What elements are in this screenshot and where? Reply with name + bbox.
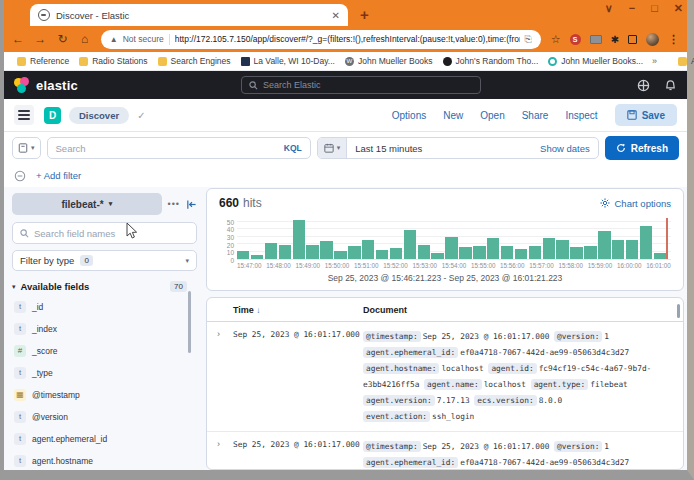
home-button[interactable]: ⌂ xyxy=(79,32,91,46)
histogram-bar[interactable] xyxy=(640,226,652,259)
share-page-icon[interactable]: ⎘ xyxy=(525,34,532,45)
field-item[interactable]: t_type xyxy=(12,362,197,384)
extension-shield-icon[interactable]: S xyxy=(570,34,581,45)
histogram-bar[interactable] xyxy=(612,240,624,259)
histogram-bar[interactable] xyxy=(654,253,666,259)
tab-close-icon[interactable]: ✕ xyxy=(332,10,340,21)
histogram-bar[interactable] xyxy=(320,241,332,259)
field-name-chip[interactable]: agent.version: xyxy=(363,395,435,406)
share-button[interactable]: Share xyxy=(522,110,549,121)
add-filter-button[interactable]: + Add filter xyxy=(36,170,81,181)
refresh-button[interactable]: Refresh xyxy=(605,136,679,160)
field-item[interactable]: #_score xyxy=(12,340,197,362)
filter-menu-icon[interactable] xyxy=(14,170,26,182)
browser-tab[interactable]: Discover - Elastic ✕ xyxy=(30,4,348,26)
profile-avatar[interactable] xyxy=(646,33,659,46)
window-close-button[interactable]: ✕ xyxy=(674,2,683,15)
reload-button[interactable]: ↻ xyxy=(56,32,68,46)
bookmark-item[interactable]: John Mueller Books... xyxy=(543,56,648,66)
histogram-bar[interactable] xyxy=(265,243,277,259)
save-button[interactable]: Save xyxy=(615,104,677,126)
field-name-chip[interactable]: agent.hostname: xyxy=(363,363,439,374)
field-name-chip[interactable]: @timestamp: xyxy=(363,331,421,342)
histogram-bar[interactable] xyxy=(459,247,471,259)
available-fields-header[interactable]: ▾ Available fields 70 xyxy=(12,281,197,292)
quick-select-menu-button[interactable]: ▾ xyxy=(318,138,348,158)
field-name-chip[interactable]: agent.name: xyxy=(424,379,482,390)
nav-menu-icon[interactable] xyxy=(14,105,34,125)
histogram-bar[interactable] xyxy=(362,240,374,259)
field-item[interactable]: t_index xyxy=(12,318,197,340)
histogram-bar[interactable] xyxy=(279,245,291,259)
collapse-sidebar-icon[interactable] xyxy=(186,199,197,210)
bookmark-star-icon[interactable]: ☆ xyxy=(551,33,561,46)
histogram-bar[interactable] xyxy=(473,246,485,259)
histogram-bar[interactable] xyxy=(418,245,430,259)
window-minimize-button[interactable]: − xyxy=(629,2,635,15)
histogram-bar[interactable] xyxy=(306,245,318,259)
extension-screen-icon[interactable] xyxy=(590,35,602,44)
histogram-bar[interactable] xyxy=(556,240,568,259)
field-name-chip[interactable]: ecs.version: xyxy=(474,395,536,406)
window-maximize-button[interactable]: □ xyxy=(651,2,658,15)
field-item[interactable]: t_id xyxy=(12,296,197,318)
table-scrollbar[interactable] xyxy=(677,304,680,318)
field-search-input[interactable]: Search field names xyxy=(12,222,197,244)
bookmark-item[interactable]: Radio Stations xyxy=(74,56,152,66)
window-menu-icon[interactable]: ∨ xyxy=(605,2,613,15)
histogram-chart[interactable]: 01020304050 xyxy=(219,218,671,260)
histogram-bar[interactable] xyxy=(376,250,388,259)
field-item[interactable]: tagent.hostname xyxy=(12,450,197,470)
field-name-chip[interactable]: @version: xyxy=(554,441,602,452)
chart-options-button[interactable]: Chart options xyxy=(600,198,671,209)
options-button[interactable]: Options xyxy=(392,110,426,121)
histogram-bar[interactable] xyxy=(598,231,610,259)
expand-row-icon[interactable]: › xyxy=(207,439,233,470)
histogram-bar[interactable] xyxy=(334,251,346,259)
field-name-chip[interactable]: @version: xyxy=(554,331,602,342)
filter-by-type-select[interactable]: Filter by type 0 ▾ xyxy=(12,250,197,271)
field-name-chip[interactable]: agent.ephemeral_id: xyxy=(363,457,458,468)
bookmark-item[interactable]: John's Random Tho... xyxy=(438,56,544,66)
histogram-bar[interactable] xyxy=(487,238,499,259)
extensions-pin-icon[interactable]: ✱ xyxy=(611,34,619,45)
time-column-header[interactable]: Time ↓ xyxy=(233,305,363,315)
field-item[interactable]: t@version xyxy=(12,406,197,428)
new-tab-button[interactable]: + xyxy=(360,6,369,23)
back-button[interactable]: ← xyxy=(12,32,24,46)
sidebar-scrollbar[interactable] xyxy=(188,291,191,353)
show-dates-button[interactable]: Show dates xyxy=(532,143,598,154)
inspect-button[interactable]: Inspect xyxy=(565,110,597,121)
histogram-bar[interactable] xyxy=(570,247,582,259)
field-item[interactable]: ▦@timestamp xyxy=(12,384,197,406)
new-button[interactable]: New xyxy=(443,110,463,121)
field-name-chip[interactable]: event.action: xyxy=(363,411,430,422)
histogram-bar[interactable] xyxy=(445,237,457,259)
field-name-chip[interactable]: agent.id: xyxy=(488,363,536,374)
open-button[interactable]: Open xyxy=(480,110,504,121)
histogram-bar[interactable] xyxy=(515,249,527,259)
histogram-bar[interactable] xyxy=(431,253,443,259)
histogram-bar[interactable] xyxy=(626,240,638,259)
chrome-menu-icon[interactable]: ⋮ xyxy=(668,33,679,46)
help-icon[interactable] xyxy=(637,79,650,92)
field-name-chip[interactable]: agent.type: xyxy=(531,379,589,390)
field-item[interactable]: tagent.ephemeral_id xyxy=(12,428,197,450)
histogram-bar[interactable] xyxy=(293,220,305,260)
histogram-bar[interactable] xyxy=(543,238,555,259)
histogram-bar[interactable] xyxy=(348,246,360,259)
kql-language-button[interactable]: KQL xyxy=(284,143,302,153)
address-bar[interactable]: ▲ Not secure http://172.105.7.150/app/di… xyxy=(101,30,541,49)
breadcrumb[interactable]: Discover xyxy=(69,107,129,124)
bookmarks-overflow-icon[interactable]: » xyxy=(652,56,657,66)
bookmark-item[interactable]: Search Engines xyxy=(153,56,236,66)
time-range-value[interactable]: Last 15 minutes xyxy=(347,143,532,154)
search-query-input[interactable]: Search KQL xyxy=(47,137,311,159)
alerts-bell-icon[interactable] xyxy=(664,79,677,92)
histogram-bar[interactable] xyxy=(237,251,249,259)
bookmark-item[interactable]: John Mueller Books xyxy=(340,56,438,66)
index-pattern-selector[interactable]: filebeat-* ▾ xyxy=(12,193,162,215)
sidebar-options-icon[interactable]: ••• xyxy=(168,199,180,209)
expand-row-icon[interactable]: › xyxy=(207,329,233,425)
forward-button[interactable]: → xyxy=(34,32,46,46)
